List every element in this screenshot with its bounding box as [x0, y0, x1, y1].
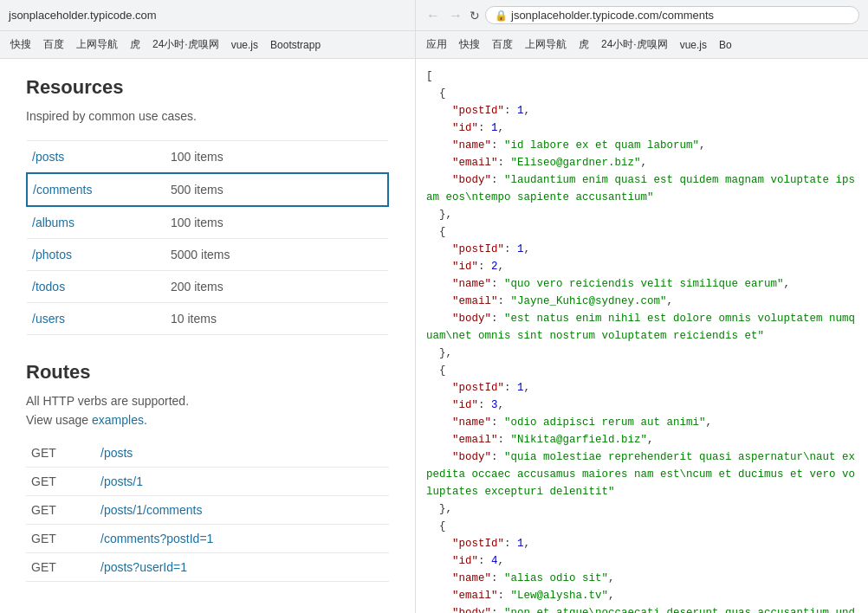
lock-icon: 🔒 — [495, 10, 508, 22]
resources-heading: Resources — [26, 76, 389, 99]
right-url-bar[interactable]: 🔒 jsonplaceholder.typicode.com/comments — [485, 6, 859, 24]
routes-subtitle2: View usage examples. — [26, 413, 389, 427]
resource-row-albums: /albums 100 items — [27, 206, 388, 239]
json-display: [ { "postId": 1, "id": 1, "name": "id la… — [416, 59, 868, 613]
toolbar-btn-navigation[interactable]: 上网导航 — [73, 35, 121, 54]
toolbar-btn-bootstrap[interactable]: Bootstrapp — [267, 37, 324, 53]
toolbar-right-baidu[interactable]: 百度 — [489, 35, 516, 54]
route-link-comments-filter[interactable]: /comments?postId=1 — [100, 532, 213, 545]
resource-count-comments: 500 items — [165, 173, 388, 206]
resources-subtitle: Inspired by common use cases. — [26, 109, 389, 123]
resource-count-todos: 200 items — [165, 271, 388, 303]
resource-count-albums: 100 items — [165, 206, 388, 239]
left-panel: jsonplaceholder.typicode.com 快搜 百度 上网导航 … — [0, 0, 416, 613]
toolbar-right-vuejs[interactable]: vue.js — [677, 37, 710, 53]
toolbar-right-kuaisou[interactable]: 快搜 — [456, 35, 483, 54]
resources-table: /posts 100 items /comments 500 items /al… — [26, 140, 389, 335]
toolbar-right-huxiu[interactable]: 24小时·虎嗅网 — [598, 35, 671, 54]
route-row-posts1: GET /posts/1 — [26, 468, 389, 496]
resource-link-todos[interactable]: /todos — [32, 280, 65, 294]
resource-row-photos: /photos 5000 items — [27, 239, 388, 271]
examples-link[interactable]: examples — [92, 413, 144, 427]
resource-link-posts[interactable]: /posts — [32, 150, 64, 164]
toolbar-btn-kuaisou[interactable]: 快搜 — [7, 35, 35, 54]
routes-table: GET /posts GET /posts/1 GET /posts/1/com… — [26, 439, 389, 582]
route-link-posts1[interactable]: /posts/1 — [100, 474, 143, 488]
left-toolbar: 快搜 百度 上网导航 虎 24小时·虎嗅网 vue.js Bootstrapp — [0, 31, 415, 59]
back-button[interactable]: ← — [424, 8, 442, 23]
route-link-posts[interactable]: /posts — [100, 446, 133, 460]
resource-row-todos: /todos 200 items — [27, 271, 388, 303]
route-row-posts: GET /posts — [26, 439, 389, 468]
route-method-comments-filter: GET — [26, 525, 95, 553]
resource-count-photos: 5000 items — [165, 239, 388, 271]
resource-row-comments: /comments 500 items — [27, 173, 388, 206]
toolbar-btn-hu[interactable]: 虎 — [126, 35, 144, 54]
toolbar-btn-huxiu[interactable]: 24小时·虎嗅网 — [149, 35, 223, 54]
toolbar-btn-vuejs[interactable]: vue.js — [228, 37, 262, 53]
route-link-posts1comments[interactable]: /posts/1/comments — [100, 503, 203, 517]
resource-row-posts: /posts 100 items — [27, 141, 388, 174]
resource-row-users: /users 10 items — [27, 303, 388, 335]
resource-link-photos[interactable]: /photos — [32, 248, 72, 261]
left-url: jsonplaceholder.typicode.com — [9, 9, 157, 22]
right-panel: ← → ↻ 🔒 jsonplaceholder.typicode.com/com… — [416, 0, 868, 613]
right-toolbar: 应用 快搜 百度 上网导航 虎 24小时·虎嗅网 vue.js Bo — [416, 31, 868, 59]
right-url-text: jsonplaceholder.typicode.com/comments — [511, 9, 714, 22]
resource-count-users: 10 items — [165, 303, 388, 335]
route-method-posts-filter: GET — [26, 553, 95, 582]
route-method-posts1comments: GET — [26, 496, 95, 525]
routes-subtitle1: All HTTP verbs are supported. — [26, 394, 389, 408]
resource-link-albums[interactable]: /albums — [32, 216, 74, 229]
forward-button[interactable]: → — [447, 8, 464, 23]
toolbar-right-bo[interactable]: Bo — [716, 37, 735, 53]
resource-link-users[interactable]: /users — [32, 312, 65, 326]
right-address-bar: ← → ↻ 🔒 jsonplaceholder.typicode.com/com… — [416, 0, 868, 31]
route-link-posts-filter[interactable]: /posts?userId=1 — [100, 560, 187, 574]
left-content: Resources Inspired by common use cases. … — [0, 59, 415, 599]
toolbar-right-hu[interactable]: 虎 — [575, 35, 593, 54]
toolbar-right-navigation[interactable]: 上网导航 — [521, 35, 570, 54]
routes-heading: Routes — [26, 361, 389, 384]
route-row-posts1comments: GET /posts/1/comments — [26, 496, 389, 525]
route-method-posts: GET — [26, 439, 95, 468]
left-address-bar: jsonplaceholder.typicode.com — [0, 0, 415, 31]
route-method-posts1: GET — [26, 468, 95, 496]
resource-link-comments[interactable]: /comments — [33, 183, 92, 197]
toolbar-btn-baidu[interactable]: 百度 — [40, 35, 68, 54]
resource-count-posts: 100 items — [165, 141, 388, 174]
route-row-comments-filter: GET /comments?postId=1 — [26, 525, 389, 553]
reload-button[interactable]: ↻ — [470, 9, 480, 23]
route-row-posts-filter: GET /posts?userId=1 — [26, 553, 389, 582]
toolbar-right-apps[interactable]: 应用 — [423, 35, 450, 54]
